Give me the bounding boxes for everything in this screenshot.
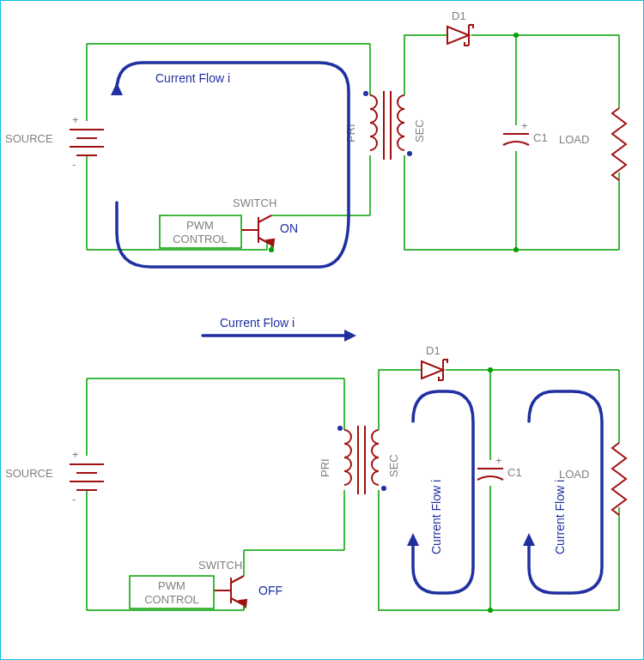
svg-marker-42 xyxy=(422,361,443,378)
d1-label: D1 xyxy=(452,9,466,22)
current-flow-right: Current Flow i xyxy=(553,480,567,554)
primary-label: PRI xyxy=(344,124,357,142)
diode-d1 xyxy=(422,360,447,380)
c1-plus: + xyxy=(495,454,502,467)
switch-label: SWITCH xyxy=(233,197,276,209)
svg-line-10 xyxy=(258,215,271,222)
source-plus: + xyxy=(72,448,79,461)
transformer-primary xyxy=(370,95,377,150)
switch-transistor xyxy=(241,215,370,252)
c1-label: C1 xyxy=(507,466,522,479)
svg-marker-48 xyxy=(523,533,535,546)
svg-point-6 xyxy=(363,91,368,96)
c1-plus: + xyxy=(521,119,528,132)
svg-point-40 xyxy=(488,367,493,372)
transformer-secondary xyxy=(398,95,404,150)
pwm-label-1: PWM xyxy=(186,219,214,232)
diode-d1 xyxy=(447,25,473,45)
switch-state: ON xyxy=(280,221,298,235)
switch-label: SWITCH xyxy=(198,559,242,572)
transformer-primary xyxy=(344,430,351,485)
secondary-label: SEC xyxy=(413,119,426,142)
source-minus: - xyxy=(72,158,76,171)
source-label: SOURCE xyxy=(5,467,53,480)
svg-point-7 xyxy=(407,151,412,156)
svg-point-15 xyxy=(269,247,274,252)
svg-line-33 xyxy=(231,576,244,583)
svg-point-29 xyxy=(337,426,343,431)
switch-state: OFF xyxy=(258,584,283,597)
svg-point-30 xyxy=(381,486,386,491)
load-label: LOAD xyxy=(559,133,589,146)
current-flow-label: Current Flow i xyxy=(155,71,230,85)
svg-marker-47 xyxy=(407,533,419,546)
current-flow-left: Current Flow i xyxy=(429,480,443,554)
svg-marker-19 xyxy=(447,27,469,44)
svg-point-18 xyxy=(513,247,519,252)
svg-point-41 xyxy=(488,608,493,613)
transformer-secondary xyxy=(372,430,379,485)
load-label: LOAD xyxy=(559,468,589,481)
capacitor-c1 xyxy=(477,469,503,480)
svg-marker-46 xyxy=(344,330,356,342)
source-minus: - xyxy=(72,493,76,506)
current-flow-top: Current Flow i xyxy=(220,316,295,330)
pwm-label-2: CONTROL xyxy=(144,593,199,606)
d1-label: D1 xyxy=(426,344,440,357)
svg-marker-22 xyxy=(111,82,123,95)
svg-point-17 xyxy=(513,33,519,38)
primary-label: PRI xyxy=(319,458,331,477)
source-plus: + xyxy=(72,113,79,126)
secondary-label: SEC xyxy=(387,454,400,477)
pwm-label-1: PWM xyxy=(158,579,185,592)
load-resistor xyxy=(612,108,626,180)
c1-label: C1 xyxy=(533,131,548,144)
load-resistor xyxy=(612,443,626,515)
pwm-label-2: CONTROL xyxy=(173,233,228,245)
source-label: SOURCE xyxy=(5,132,53,145)
capacitor-c1 xyxy=(503,134,529,145)
